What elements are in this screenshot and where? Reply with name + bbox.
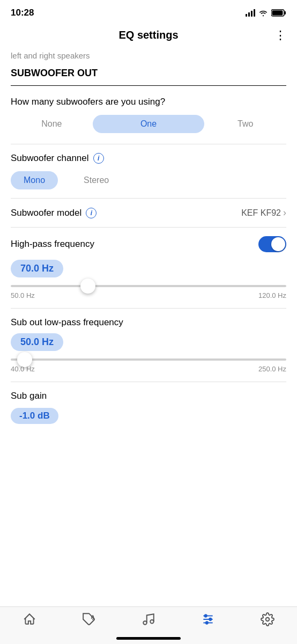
high-pass-freq-value: 70.0 Hz [11, 260, 63, 277]
nav-home[interactable] [16, 612, 43, 626]
channel-label-row: Subwoofer channel i [11, 153, 286, 164]
content-area: left and right speakers SUBWOOFER OUT Ho… [0, 47, 297, 601]
model-info-icon[interactable]: i [86, 208, 96, 218]
page-title: EQ settings [118, 29, 178, 41]
divider-2 [11, 198, 286, 199]
status-time: 10:28 [11, 8, 34, 18]
low-pass-freq-value: 50.0 Hz [11, 333, 63, 351]
low-pass-track [11, 358, 286, 361]
svg-point-9 [204, 614, 206, 617]
high-pass-thumb[interactable] [80, 279, 95, 294]
option-none[interactable]: None [11, 115, 93, 133]
channel-info-icon[interactable]: i [93, 153, 104, 164]
model-value[interactable]: KEF KF92 › [241, 207, 286, 218]
low-pass-max: 250.0 Hz [258, 365, 286, 373]
nav-tag[interactable] [76, 612, 102, 626]
sub-gain-label: Sub gain [11, 391, 47, 401]
model-label: Subwoofer model [11, 208, 81, 218]
option-two[interactable]: Two [204, 115, 286, 133]
divider-3 [11, 227, 286, 228]
svg-point-10 [209, 618, 211, 620]
svg-rect-1 [285, 11, 286, 14]
low-pass-thumb[interactable] [17, 352, 32, 367]
low-pass-labels: 40.0 Hz 250.0 Hz [11, 365, 286, 373]
model-label-row: Subwoofer model i [11, 208, 96, 218]
battery-icon [271, 9, 286, 17]
channel-selector: Mono Stereo [11, 171, 286, 189]
channel-label: Subwoofer channel [11, 153, 89, 164]
divider-1 [11, 144, 286, 144]
status-icons [246, 9, 286, 17]
model-name: KEF KF92 [241, 208, 281, 218]
tag-icon [82, 612, 96, 626]
home-indicator [116, 637, 181, 640]
svg-point-12 [265, 618, 269, 621]
low-pass-freq-badge-wrap: 50.0 Hz [11, 333, 286, 358]
home-icon [23, 612, 36, 626]
sub-gain-badge-wrap: -1.0 dB [11, 408, 286, 428]
high-pass-min: 50.0 Hz [11, 291, 35, 299]
wifi-icon [258, 9, 268, 17]
section-title: SUBWOOFER OUT [11, 68, 286, 86]
header: EQ settings ⋮ [0, 24, 297, 47]
low-pass-slider[interactable] [11, 358, 286, 361]
subwoofer-count-selector: None One Two [11, 115, 286, 133]
high-pass-row: High-pass frequency [11, 236, 286, 252]
option-one[interactable]: One [93, 115, 205, 133]
channel-stereo[interactable]: Stereo [71, 171, 122, 189]
svg-point-11 [205, 621, 207, 624]
menu-button[interactable]: ⋮ [274, 30, 286, 41]
high-pass-labels: 50.0 Hz 120.0 Hz [11, 291, 286, 299]
svg-rect-2 [272, 11, 283, 16]
high-pass-freq-badge: 70.0 Hz [11, 260, 286, 285]
sub-gain-value: -1.0 dB [11, 408, 58, 424]
divider-5 [11, 382, 286, 382]
high-pass-label: High-pass frequency [11, 239, 94, 250]
status-bar: 10:28 [0, 0, 297, 24]
divider-4 [11, 308, 286, 309]
nav-music[interactable] [135, 612, 162, 626]
nav-sliders[interactable] [195, 612, 221, 626]
signal-icon [246, 9, 255, 17]
high-pass-track [11, 285, 286, 287]
music-icon [142, 612, 155, 626]
subtitle-text: left and right speakers [11, 47, 286, 68]
high-pass-toggle[interactable] [258, 236, 286, 252]
svg-point-5 [150, 620, 154, 624]
model-row[interactable]: Subwoofer model i KEF KF92 › [11, 207, 286, 218]
channel-mono[interactable]: Mono [11, 171, 58, 189]
subwoofer-question: How many subwoofers are you using? [11, 97, 286, 107]
high-pass-max: 120.0 Hz [258, 291, 286, 299]
nav-settings[interactable] [254, 612, 281, 626]
svg-point-4 [143, 621, 147, 625]
sliders-icon [201, 612, 215, 626]
gear-icon [261, 612, 274, 626]
low-pass-label: Sub out low-pass frequency [11, 317, 123, 327]
chevron-right-icon: › [283, 207, 286, 218]
high-pass-slider[interactable] [11, 285, 286, 287]
